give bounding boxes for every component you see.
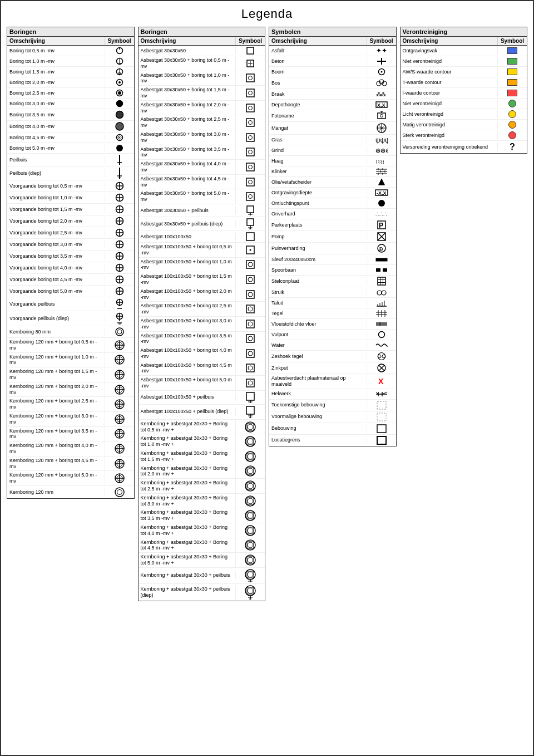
svg-point-66	[116, 328, 123, 336]
symbol-kern_asb_sm	[237, 495, 264, 507]
symbol-kern_asb_peil	[237, 569, 264, 582]
col3-desc-header: Omschrijving	[269, 37, 367, 45]
symbol-sq_lg_c4	[237, 305, 264, 313]
symbol-sleuf	[368, 257, 395, 262]
list-item: Asbestgat 30x30x50 + boring tot 1,0 m -m…	[139, 71, 265, 86]
list-item: Kernboring 120 mm + boring tot 5,0 m -mv	[7, 471, 134, 486]
symbol-puin: ⊕	[368, 244, 395, 253]
legend-symbol	[105, 458, 134, 470]
legend-description: Asbestgat 100x100x50 + peilbuis	[139, 393, 236, 401]
list-item: Asbestgat 100x100x50	[139, 231, 265, 243]
svg-rect-175	[247, 453, 254, 460]
legend-symbol	[367, 265, 396, 275]
symbol-cross_circle_sm	[106, 193, 133, 202]
svg-rect-187	[247, 512, 254, 519]
legend-description: Voorgaande boring tot 5,0 m -mv	[7, 287, 105, 296]
legend-symbol	[367, 308, 396, 318]
symbol-sq_lg_dot	[237, 246, 264, 254]
legend-description: Kernboring + asbestgat 30x30 + Boring to…	[139, 449, 236, 464]
list-item: Asbestgat 100x100x50 + boring tot 1,0 m …	[139, 258, 265, 273]
symbol-cross_circle_sm	[106, 263, 133, 272]
legend-symbol	[367, 110, 396, 121]
symbol-ontlucht	[368, 199, 395, 207]
list-item: DepothoogteX,X	[269, 100, 396, 110]
list-item: Kernboring + asbestgat 30x30 + Boring to…	[139, 494, 265, 509]
legend-description: Asbestgat 30x30x50	[139, 47, 236, 55]
svg-point-123	[249, 135, 253, 139]
legend-symbol: ❆❆❆	[367, 145, 396, 155]
list-item: Kernboring + asbestgat 30x30 + Boring to…	[139, 479, 265, 494]
svg-rect-158	[246, 379, 254, 387]
symbol-sq_lg_c7	[237, 349, 264, 358]
list-item: Peilbuis	[7, 154, 134, 166]
col1-sym-header: Symbool	[105, 37, 134, 45]
symbol-bebouwing	[368, 424, 395, 433]
list-item: Fotoname	[269, 110, 396, 122]
legend-symbol	[367, 411, 396, 423]
symbol-kern_asb_sm	[237, 480, 264, 492]
legend-symbol	[236, 146, 265, 158]
symbol-tegel	[368, 310, 395, 317]
symbol-circle_arrow	[106, 57, 133, 65]
legend-description: Voorgaande boring tot 2,0 m -mv	[7, 217, 105, 225]
svg-rect-199	[247, 571, 254, 578]
symbol-kern120_cross	[106, 370, 133, 380]
legend-symbol	[236, 333, 265, 344]
list-item: Asbestgat 100x100x50 + boring tot 2,0 m …	[139, 287, 265, 302]
legend-description: Spoorbaan	[269, 266, 367, 274]
symbol-square_circle4	[237, 118, 264, 127]
list-item: Boring tot 2,5 m -mv	[7, 88, 134, 99]
symbol-verontr_red	[499, 90, 526, 96]
list-item: Asbestgat 30x30x50 + boring tot 4,0 m -m…	[139, 160, 265, 175]
list-item: Boring tot 4,0 m -mv	[7, 121, 134, 132]
svg-rect-220	[378, 113, 385, 119]
svg-rect-144	[246, 276, 254, 283]
symbol-asfalt: ✦✦	[368, 47, 395, 55]
list-item: ParkeerplaatsP	[269, 219, 396, 231]
symbol-verontr_orange	[499, 79, 526, 86]
symbol-square_circle9	[237, 192, 264, 201]
legend-description: Pomp	[269, 233, 367, 241]
svg-rect-118	[246, 104, 254, 112]
legend-symbol	[367, 330, 396, 340]
svg-rect-156	[246, 364, 254, 372]
svg-text:P: P	[379, 222, 383, 229]
legend-description: Kernboring 120 mm + boring tot 1,5 m -mv	[7, 367, 105, 382]
legend-description: Voorgaande boring tot 3,5 m -mv	[7, 252, 105, 261]
svg-rect-204	[247, 587, 254, 594]
svg-rect-172	[247, 438, 254, 445]
legend-symbol	[236, 568, 265, 583]
svg-rect-150	[246, 320, 254, 328]
list-item: Kernboring + asbestgat 30x30 + Boring to…	[139, 464, 265, 479]
symbol-olie	[368, 178, 395, 186]
list-item: Voormalige bebouwing	[269, 411, 396, 423]
legend-symbol	[498, 56, 527, 66]
legend-description: Hekwerk	[269, 390, 367, 398]
page-title: Legenda	[7, 7, 527, 21]
list-item: Water	[269, 340, 396, 351]
list-item: Boring tot 1,0 m -mv	[7, 56, 134, 67]
list-item: Sterk verontreinigd	[400, 130, 527, 141]
list-item: Asbestgat 30x30x50 + peilbuis	[139, 204, 265, 217]
svg-marker-241	[379, 179, 384, 185]
svg-point-195	[248, 557, 253, 563]
list-item: Ontgravingsdiepte-X,X	[269, 188, 396, 198]
legend-description: Boring tot 3,5 m -mv	[7, 111, 105, 119]
svg-point-203	[248, 588, 253, 593]
symbol-kern_asb_sm	[237, 554, 264, 566]
symbol-circle_arrow2	[106, 68, 133, 76]
svg-rect-135	[247, 219, 254, 225]
legend-description: Vloeistofdichte vloer	[269, 320, 367, 328]
symbol-kern120_cross	[106, 340, 133, 350]
legend-description: Kernboring 120 mm + boring tot 3,0 m -mv	[7, 412, 105, 426]
svg-point-67	[117, 330, 122, 334]
legend-symbol	[105, 384, 134, 396]
legend-description: Bebouwing	[269, 424, 367, 433]
list-item: Asfalt✦✦	[269, 46, 396, 56]
list-item: Kernboring 120 mm + boring tot 1,5 m -mv	[7, 367, 134, 382]
legend-symbol	[367, 254, 396, 264]
symbol-square_circle3	[237, 104, 264, 112]
legend-description: Peilbuis	[7, 156, 105, 164]
svg-rect-163	[246, 406, 254, 414]
legend-symbol: ∴∴∴	[367, 209, 396, 219]
